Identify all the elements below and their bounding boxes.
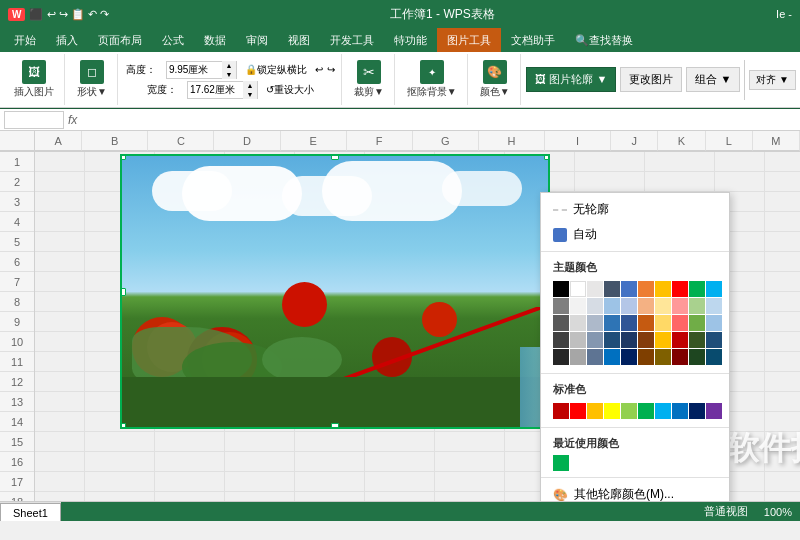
color-swatch[interactable] bbox=[587, 332, 603, 348]
handle-bot-center[interactable] bbox=[331, 423, 339, 429]
tab-search[interactable]: 🔍查找替换 bbox=[565, 28, 643, 52]
col-header-g[interactable]: G bbox=[413, 131, 479, 151]
color-swatch[interactable] bbox=[655, 332, 671, 348]
col-header-e[interactable]: E bbox=[281, 131, 347, 151]
height-up[interactable]: ▲ bbox=[222, 61, 236, 70]
color-swatch[interactable] bbox=[638, 281, 654, 297]
row-6[interactable]: 6 bbox=[0, 252, 34, 272]
color-swatch[interactable] bbox=[570, 315, 586, 331]
row-8[interactable]: 8 bbox=[0, 292, 34, 312]
col-header-f[interactable]: F bbox=[347, 131, 413, 151]
row-10[interactable]: 10 bbox=[0, 332, 34, 352]
tab-picture-tools[interactable]: 图片工具 bbox=[437, 28, 501, 52]
menu-item-no-outline[interactable]: 无轮廓 bbox=[541, 197, 729, 222]
color-swatch[interactable] bbox=[672, 281, 688, 297]
col-header-k[interactable]: K bbox=[658, 131, 705, 151]
color-swatch[interactable] bbox=[604, 349, 620, 365]
tab-home[interactable]: 开始 bbox=[4, 28, 46, 52]
color-swatch[interactable] bbox=[604, 315, 620, 331]
btn-change-picture[interactable]: 更改图片 bbox=[620, 67, 682, 92]
window-controls[interactable]: Ie - bbox=[776, 8, 792, 20]
col-header-j[interactable]: J bbox=[611, 131, 658, 151]
tab-formula[interactable]: 公式 bbox=[152, 28, 194, 52]
embedded-image[interactable] bbox=[120, 154, 550, 429]
height-field[interactable]: ▲ ▼ bbox=[166, 61, 237, 79]
handle-bot-left[interactable] bbox=[120, 423, 126, 429]
color-swatch[interactable] bbox=[672, 298, 688, 314]
btn-picture-outline[interactable]: 🖼 图片轮廓 ▼ bbox=[526, 67, 616, 92]
color-swatch[interactable] bbox=[672, 349, 688, 365]
btn-shape[interactable]: ◻ 形状▼ bbox=[73, 58, 111, 101]
color-swatch[interactable] bbox=[553, 332, 569, 348]
width-down[interactable]: ▼ bbox=[243, 90, 257, 99]
row-16[interactable]: 16 bbox=[0, 452, 34, 472]
color-swatch[interactable] bbox=[706, 315, 722, 331]
tab-doc-helper[interactable]: 文档助手 bbox=[501, 28, 565, 52]
std-color-5[interactable] bbox=[621, 403, 637, 419]
name-box[interactable] bbox=[4, 111, 64, 129]
col-header-c[interactable]: C bbox=[148, 131, 214, 151]
tab-review[interactable]: 审阅 bbox=[236, 28, 278, 52]
tab-dev[interactable]: 开发工具 bbox=[320, 28, 384, 52]
color-swatch[interactable] bbox=[621, 332, 637, 348]
color-swatch[interactable] bbox=[604, 332, 620, 348]
btn-align[interactable]: 对齐 ▼ bbox=[749, 70, 796, 90]
color-swatch[interactable] bbox=[604, 281, 620, 297]
handle-top-left[interactable] bbox=[120, 154, 126, 160]
height-down[interactable]: ▼ bbox=[222, 70, 236, 79]
btn-group[interactable]: 组合 ▼ bbox=[686, 67, 740, 92]
width-field[interactable]: ▲ ▼ bbox=[187, 81, 258, 99]
row-2[interactable]: 2 bbox=[0, 172, 34, 192]
handle-top-center[interactable] bbox=[331, 154, 339, 160]
handle-top-right[interactable] bbox=[544, 154, 550, 160]
std-color-1[interactable] bbox=[553, 403, 569, 419]
width-input[interactable] bbox=[188, 84, 243, 95]
color-swatch[interactable] bbox=[621, 298, 637, 314]
row-17[interactable]: 17 bbox=[0, 472, 34, 492]
color-swatch[interactable] bbox=[672, 332, 688, 348]
tab-page-layout[interactable]: 页面布局 bbox=[88, 28, 152, 52]
row-18[interactable]: 18 bbox=[0, 492, 34, 501]
row-11[interactable]: 11 bbox=[0, 352, 34, 372]
color-swatch[interactable] bbox=[553, 315, 569, 331]
color-swatch[interactable] bbox=[570, 298, 586, 314]
btn-crop[interactable]: ✂ 裁剪▼ bbox=[350, 58, 388, 101]
handle-mid-left[interactable] bbox=[120, 288, 126, 296]
color-swatch[interactable] bbox=[706, 298, 722, 314]
color-swatch[interactable] bbox=[689, 315, 705, 331]
color-swatch[interactable] bbox=[604, 298, 620, 314]
color-swatch[interactable] bbox=[587, 281, 603, 297]
color-swatch[interactable] bbox=[638, 349, 654, 365]
color-swatch[interactable] bbox=[655, 315, 671, 331]
color-swatch[interactable] bbox=[706, 281, 722, 297]
color-swatch[interactable] bbox=[570, 332, 586, 348]
std-color-2[interactable] bbox=[570, 403, 586, 419]
std-color-3[interactable] bbox=[587, 403, 603, 419]
color-swatch[interactable] bbox=[689, 298, 705, 314]
btn-color[interactable]: 🎨 颜色▼ bbox=[476, 58, 514, 101]
col-header-l[interactable]: L bbox=[706, 131, 753, 151]
color-swatch[interactable] bbox=[621, 349, 637, 365]
row-15[interactable]: 15 bbox=[0, 432, 34, 452]
menu-item-auto[interactable]: 自动 bbox=[541, 222, 729, 247]
color-swatch[interactable] bbox=[706, 349, 722, 365]
std-color-4[interactable] bbox=[604, 403, 620, 419]
color-swatch[interactable] bbox=[587, 349, 603, 365]
color-swatch[interactable] bbox=[570, 349, 586, 365]
color-swatch[interactable] bbox=[553, 281, 569, 297]
color-swatch[interactable] bbox=[689, 281, 705, 297]
color-swatch[interactable] bbox=[570, 281, 586, 297]
color-swatch[interactable] bbox=[689, 332, 705, 348]
col-header-a[interactable]: A bbox=[35, 131, 82, 151]
color-swatch[interactable] bbox=[672, 315, 688, 331]
std-color-6[interactable] bbox=[638, 403, 654, 419]
row-1[interactable]: 1 bbox=[0, 152, 34, 172]
col-header-h[interactable]: H bbox=[479, 131, 545, 151]
tab-data[interactable]: 数据 bbox=[194, 28, 236, 52]
tab-special[interactable]: 特功能 bbox=[384, 28, 437, 52]
std-color-10[interactable] bbox=[706, 403, 722, 419]
row-13[interactable]: 13 bbox=[0, 392, 34, 412]
color-swatch[interactable] bbox=[638, 315, 654, 331]
row-12[interactable]: 12 bbox=[0, 372, 34, 392]
color-swatch[interactable] bbox=[621, 315, 637, 331]
